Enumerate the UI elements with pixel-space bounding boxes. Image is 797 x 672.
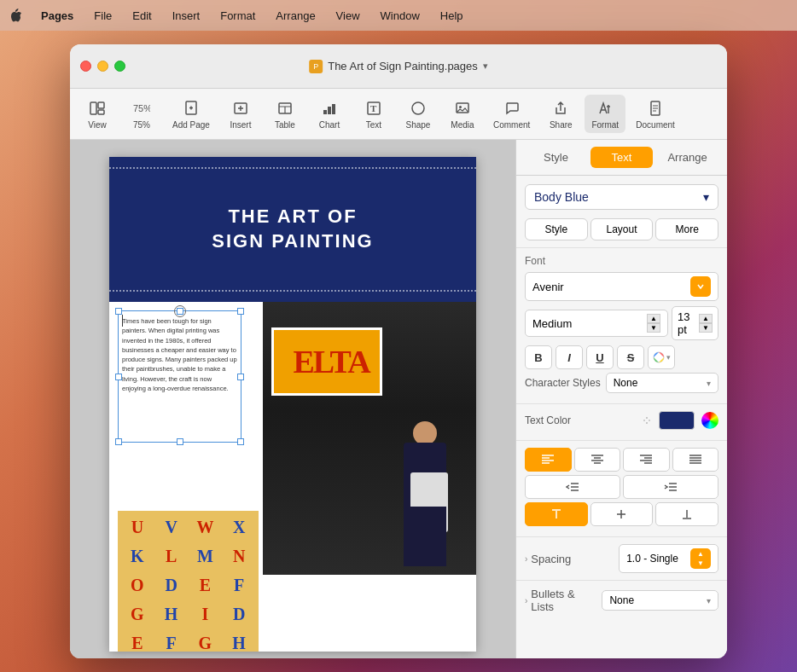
handle-bl[interactable] [115,438,122,445]
toolbar-table[interactable]: Table [265,95,305,133]
svg-rect-1 [98,102,104,108]
toolbar-chart[interactable]: Chart [309,95,350,133]
text-color-section: Text Color [516,404,727,441]
style-dropdown-value: Body Blue [534,190,589,204]
letter-d2: D [223,600,255,628]
sub-tab-style[interactable]: Style [525,218,588,240]
font-weight-select[interactable]: Medium ▲ ▼ [525,310,668,337]
font-size-stepper[interactable]: ▲ ▼ [699,314,713,333]
painter-torso [404,443,446,511]
spacing-up[interactable]: ▲ [694,549,707,559]
color-wheel[interactable] [701,412,718,429]
minimize-button[interactable] [97,61,108,72]
toolbar-comment[interactable]: Comment [486,95,537,133]
char-styles-select[interactable]: None ▾ [606,373,718,393]
toolbar-share[interactable]: Share [540,95,581,133]
font-name-btn[interactable] [690,276,711,297]
close-button[interactable] [80,61,91,72]
title-chevron-icon[interactable]: ▾ [483,61,488,72]
handle-tl[interactable] [115,308,122,315]
valign-top-btn[interactable] [525,502,588,526]
font-name-select[interactable]: Avenir [525,272,718,301]
menubar-insert[interactable]: Insert [169,8,204,24]
toolbar-text[interactable]: T Text [353,95,394,133]
menubar-arrange[interactable]: Arrange [272,8,318,24]
menubar-view[interactable]: View [333,8,364,24]
painter-legs [404,507,446,566]
menubar-edit[interactable]: Edit [129,8,154,24]
menubar-help[interactable]: Help [437,8,467,24]
valign-middle-btn[interactable] [590,502,654,526]
sub-tab-layout[interactable]: Layout [590,218,654,240]
italic-button[interactable]: I [556,345,583,369]
char-styles-arrow: ▾ [707,379,711,388]
letter-d1: D [155,572,188,600]
toolbar-shape[interactable]: Shape [398,95,439,133]
tab-text[interactable]: Text [590,147,653,168]
font-weight-stepper[interactable]: ▲ ▼ [647,314,660,333]
handle-tm[interactable] [177,308,183,315]
handle-ml[interactable] [115,374,122,380]
spacing-stepper-btn[interactable]: ▲ ▼ [690,548,711,569]
handle-br[interactable] [237,438,244,445]
fullscreen-button[interactable] [114,61,125,72]
toolbar-insert[interactable]: Insert [220,95,261,133]
share-label: Share [550,120,573,130]
toolbar-view[interactable]: View [77,95,118,133]
table-icon [275,98,295,119]
stepper-down[interactable]: ▼ [647,323,660,333]
text-color-swatch[interactable] [659,411,695,430]
letter-o: O [121,572,154,600]
handle-tr[interactable] [237,308,244,315]
toolbar-format[interactable]: Format [585,95,625,133]
comment-label: Comment [493,120,530,130]
menubar-file[interactable]: File [90,8,115,24]
text-box[interactable]: Times have been tough for sign painters.… [118,310,241,443]
toolbar-document[interactable]: Document [629,95,682,133]
stepper-up[interactable]: ▲ [647,314,660,323]
strikethrough-button[interactable]: S [617,345,644,369]
format-buttons-row: B I U S ▾ [525,345,718,369]
toolbar-media[interactable]: Media [442,95,483,133]
size-stepper-down[interactable]: ▼ [699,323,713,333]
increase-indent-btn[interactable] [623,475,718,499]
bullets-select[interactable]: None ▾ [602,590,718,611]
shape-label: Shape [405,120,430,130]
canvas-area[interactable]: The Art of Sign Painting [70,140,515,658]
text-body-content[interactable]: Times have been tough for sign painters.… [122,315,237,393]
align-right-btn[interactable] [623,448,670,472]
svg-point-20 [459,106,462,108]
align-center-btn[interactable] [574,448,621,472]
spacing-down[interactable]: ▼ [694,559,707,568]
indent-row [525,475,718,499]
decrease-indent-btn[interactable] [525,475,620,499]
handle-mr[interactable] [237,374,244,380]
bullets-arrow: ▾ [707,596,711,605]
menubar-pages[interactable]: Pages [38,8,77,24]
spacing-stepper[interactable]: ▲ ▼ [694,549,707,568]
letters-image: U V W X K L M N O D E F G [118,511,259,652]
toolbar-zoom[interactable]: 75% 75% [121,95,162,133]
valign-bottom-btn[interactable] [655,502,718,526]
font-size-box[interactable]: 13 pt ▲ ▼ [672,306,718,340]
align-justify-btn[interactable] [672,448,719,472]
text-color-picker-btn[interactable]: ▾ [648,345,675,369]
menubar-window[interactable]: Window [377,8,423,24]
underline-button[interactable]: U [586,345,614,369]
style-dropdown[interactable]: Body Blue ▾ [525,184,718,210]
view-icon [87,98,108,119]
valign-buttons [525,502,718,526]
size-stepper-up[interactable]: ▲ [699,314,713,323]
bold-button[interactable]: B [525,345,552,369]
menubar-format[interactable]: Format [217,8,259,24]
char-styles-label: Character Styles [525,377,601,389]
tab-arrange[interactable]: Arrange [656,147,718,168]
apple-menu[interactable] [10,9,24,22]
toolbar-add-page[interactable]: Add Page [166,95,217,133]
spacing-select[interactable]: 1.0 - Single ▲ ▼ [619,544,718,573]
tab-style[interactable]: Style [525,147,587,168]
svg-rect-14 [328,107,331,114]
sub-tab-more[interactable]: More [655,218,718,240]
handle-bm[interactable] [177,438,183,445]
align-left-btn[interactable] [525,448,572,472]
